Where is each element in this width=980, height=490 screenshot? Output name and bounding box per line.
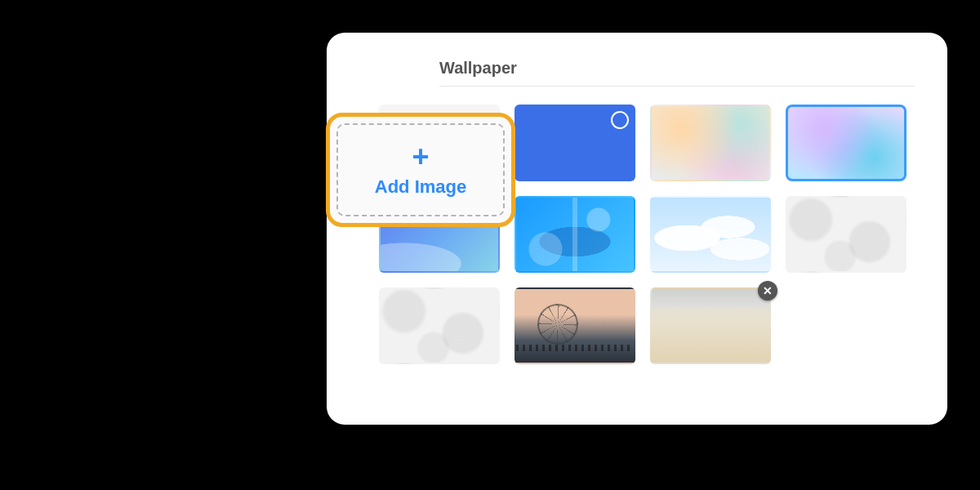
selection-ring-icon bbox=[611, 111, 629, 129]
close-icon: ✕ bbox=[763, 284, 773, 297]
add-image-label: Add Image bbox=[375, 176, 466, 198]
add-image-dropzone[interactable]: + Add Image bbox=[336, 123, 505, 216]
wallpaper-settings-card: Wallpaper ✕ bbox=[327, 33, 947, 425]
wallpaper-thumb-clouds[interactable] bbox=[650, 196, 771, 273]
wallpaper-thumb-tech-blue[interactable] bbox=[514, 196, 635, 273]
section-heading: Wallpaper bbox=[439, 59, 915, 78]
plus-icon: + bbox=[412, 142, 429, 172]
wallpaper-thumb-beach-wrap: ✕ bbox=[650, 287, 771, 364]
wallpaper-thumb-pastel-gradient[interactable] bbox=[650, 105, 771, 181]
empty-cell bbox=[786, 287, 906, 364]
wallpaper-thumb-sunset-wheel[interactable] bbox=[514, 287, 635, 364]
add-image-callout[interactable]: + Add Image bbox=[326, 113, 515, 227]
delete-wallpaper-button[interactable]: ✕ bbox=[758, 281, 777, 301]
divider bbox=[439, 86, 915, 87]
wallpaper-thumb-beach[interactable] bbox=[650, 287, 771, 364]
wallpaper-thumb-solid-blue[interactable] bbox=[514, 105, 635, 181]
wallpaper-thumb-marble-2[interactable] bbox=[379, 287, 500, 364]
wallpaper-thumb-holo-gradient[interactable] bbox=[786, 105, 906, 181]
wallpaper-thumb-marble-1[interactable] bbox=[786, 196, 906, 273]
